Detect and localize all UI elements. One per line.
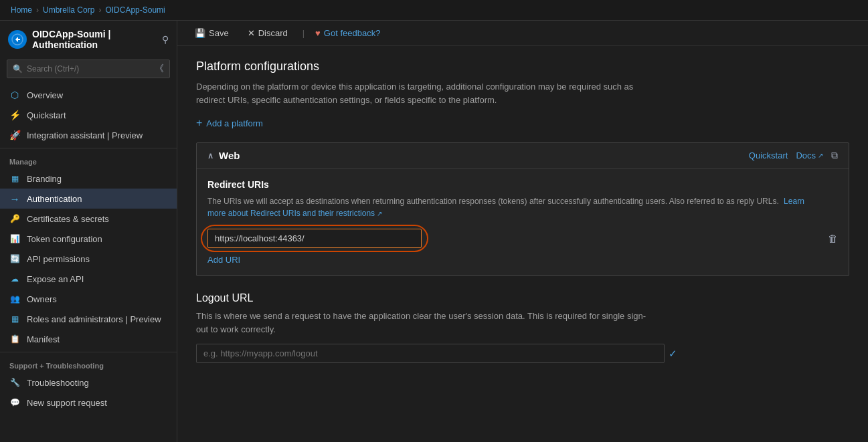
- uri-input[interactable]: [207, 229, 422, 248]
- manifest-icon: 📋: [9, 334, 20, 344]
- save-label: Save: [209, 28, 229, 38]
- manage-section-label: Manage: [0, 151, 177, 169]
- quickstart-link[interactable]: Quickstart: [749, 150, 788, 160]
- docs-link[interactable]: Docs ↗: [796, 150, 823, 160]
- quickstart-icon: ⚡: [9, 110, 20, 120]
- sidebar-item-roles-admins[interactable]: ▦ Roles and administrators | Preview: [0, 309, 177, 329]
- branding-icon: ▦: [9, 173, 20, 184]
- feedback-heart-icon: ♥: [315, 28, 321, 38]
- content-area: 💾 Save ✕ Discard | ♥ Got feedback? Platf…: [177, 21, 868, 442]
- save-button[interactable]: 💾 Save: [191, 26, 233, 40]
- sidebar-item-authentication-label: Authentication: [27, 194, 82, 204]
- logout-url-input[interactable]: [196, 344, 665, 363]
- toolbar: 💾 Save ✕ Discard | ♥ Got feedback?: [177, 21, 868, 46]
- token-config-icon: 📊: [9, 233, 20, 244]
- toolbar-separator: |: [302, 28, 305, 38]
- breadcrumb-org[interactable]: Umbrella Corp: [43, 5, 94, 15]
- owners-icon: 👥: [9, 294, 20, 304]
- uri-row: 🗑: [207, 229, 838, 248]
- uri-highlight-box: [207, 229, 422, 248]
- add-uri-label: Add URI: [207, 255, 240, 265]
- copy-icon[interactable]: ⧉: [831, 150, 838, 161]
- app-title-area: OIDCApp-Soumi | Authentication ⚲: [0, 21, 177, 56]
- breadcrumb-bar: Home › Umbrella Corp › OIDCApp-Soumi: [0, 0, 868, 21]
- discard-button[interactable]: ✕ Discard: [244, 26, 292, 40]
- discard-label: Discard: [258, 28, 288, 38]
- learn-more-ext-icon: ↗: [377, 210, 382, 217]
- sidebar-item-expose-api[interactable]: ☁ Expose an API: [0, 269, 177, 289]
- sidebar-item-overview-label: Overview: [27, 90, 63, 100]
- sidebar-item-manifest[interactable]: 📋 Manifest: [0, 329, 177, 349]
- redirect-uris-title: Redirect URIs: [207, 179, 838, 190]
- app-title: OIDCApp-Soumi | Authentication: [32, 29, 157, 50]
- breadcrumb-home[interactable]: Home: [11, 5, 32, 15]
- logout-section: Logout URL This is where we send a reque…: [196, 292, 849, 363]
- breadcrumb-current: OIDCApp-Soumi: [105, 5, 165, 15]
- expose-api-icon: ☁: [9, 273, 20, 284]
- sidebar: OIDCApp-Soumi | Authentication ⚲ 🔍 《 ⬡ O…: [0, 21, 177, 442]
- sidebar-item-certificates-label: Certificates & secrets: [27, 214, 109, 224]
- sidebar-item-integration[interactable]: 🚀 Integration assistant | Preview: [0, 125, 177, 145]
- redirect-desc-text: The URIs we will accept as destinations …: [207, 197, 779, 206]
- logout-check-icon: ✓: [669, 348, 677, 360]
- web-card-body: Redirect URIs The URIs we will accept as…: [197, 169, 849, 275]
- logout-input-row: ✓: [196, 344, 849, 363]
- search-input[interactable]: [27, 64, 151, 74]
- sidebar-item-branding-label: Branding: [27, 174, 62, 184]
- web-collapse-icon[interactable]: ∧: [207, 151, 213, 160]
- sidebar-item-api-permissions[interactable]: 🔄 API permissions: [0, 249, 177, 269]
- feedback-label: Got feedback?: [324, 28, 381, 38]
- add-uri-button[interactable]: Add URI: [207, 255, 240, 265]
- redirect-desc: The URIs we will accept as destinations …: [207, 195, 810, 219]
- discard-icon: ✕: [248, 28, 255, 38]
- sidebar-item-troubleshooting[interactable]: 🔧 Troubleshooting: [0, 372, 177, 393]
- sidebar-item-troubleshooting-label: Troubleshooting: [27, 378, 89, 388]
- platform-config-title: Platform configurations: [196, 60, 849, 74]
- add-platform-label: Add a platform: [206, 118, 263, 128]
- sidebar-item-manifest-label: Manifest: [27, 334, 60, 344]
- sidebar-item-owners[interactable]: 👥 Owners: [0, 289, 177, 309]
- roles-admins-icon: ▦: [9, 314, 20, 324]
- sidebar-item-owners-label: Owners: [27, 294, 57, 304]
- certificates-icon: 🔑: [9, 213, 20, 224]
- sidebar-item-token-config[interactable]: 📊 Token configuration: [0, 229, 177, 249]
- sidebar-item-api-permissions-label: API permissions: [27, 254, 90, 264]
- sidebar-item-authentication[interactable]: → Authentication: [0, 189, 177, 209]
- new-support-icon: 💬: [9, 397, 20, 408]
- web-title-text: Web: [219, 150, 240, 161]
- sidebar-item-new-support-label: New support request: [27, 398, 107, 408]
- collapse-icon[interactable]: 《: [155, 63, 164, 75]
- sidebar-item-roles-admins-label: Roles and administrators | Preview: [27, 314, 161, 324]
- web-card-header: ∧ Web Quickstart Docs ↗ ⧉: [197, 143, 849, 169]
- add-platform-plus-icon: +: [196, 117, 202, 129]
- integration-icon: 🚀: [9, 130, 20, 140]
- web-card-actions: Quickstart Docs ↗ ⧉: [749, 150, 838, 161]
- api-permissions-icon: 🔄: [9, 253, 20, 264]
- sidebar-item-certificates[interactable]: 🔑 Certificates & secrets: [0, 209, 177, 229]
- docs-label: Docs: [796, 150, 816, 160]
- add-platform-button[interactable]: + Add a platform: [196, 117, 263, 129]
- sidebar-item-overview[interactable]: ⬡ Overview: [0, 85, 177, 105]
- web-card-title: ∧ Web: [207, 150, 240, 161]
- uri-delete-icon[interactable]: 🗑: [828, 233, 838, 244]
- feedback-button[interactable]: ♥ Got feedback?: [315, 28, 380, 38]
- sidebar-item-token-config-label: Token configuration: [27, 234, 102, 244]
- pin-icon[interactable]: ⚲: [162, 34, 169, 45]
- platform-config-desc: Depending on the platform or device this…: [196, 80, 665, 106]
- troubleshooting-icon: 🔧: [9, 377, 20, 388]
- page-content: Platform configurations Depending on the…: [177, 46, 868, 376]
- save-icon: 💾: [195, 28, 205, 38]
- authentication-icon: →: [9, 193, 20, 204]
- external-link-icon: ↗: [818, 152, 823, 159]
- logout-url-title: Logout URL: [196, 292, 849, 304]
- overview-icon: ⬡: [9, 90, 20, 100]
- search-area: 🔍 《: [0, 56, 177, 85]
- sidebar-item-branding[interactable]: ▦ Branding: [0, 169, 177, 189]
- sidebar-item-expose-api-label: Expose an API: [27, 274, 84, 284]
- support-section-label: Support + Troubleshooting: [0, 355, 177, 372]
- search-icon: 🔍: [13, 64, 23, 74]
- sidebar-item-quickstart[interactable]: ⚡ Quickstart: [0, 105, 177, 125]
- sidebar-item-new-support[interactable]: 💬 New support request: [0, 393, 177, 413]
- search-box: 🔍 《: [7, 60, 170, 78]
- main-layout: OIDCApp-Soumi | Authentication ⚲ 🔍 《 ⬡ O…: [0, 21, 868, 442]
